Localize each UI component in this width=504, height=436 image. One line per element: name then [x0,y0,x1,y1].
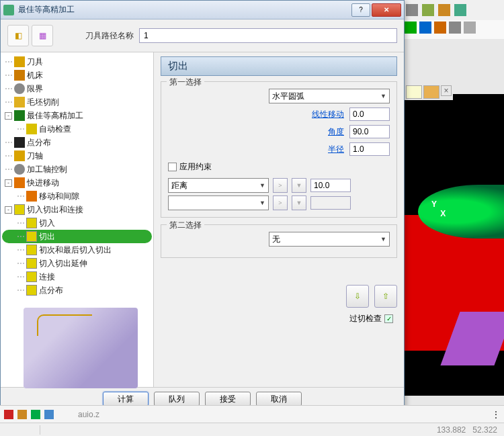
accept-button[interactable]: 接受 [205,392,251,406]
ic-check-icon [26,124,37,134]
dropdown-arrow-icon: ▼ [259,200,265,206]
close-button[interactable]: ✕ [372,3,401,17]
toolbar-icon-blue[interactable] [419,21,431,34]
tree-item-13[interactable]: ⋯切出 [2,230,152,243]
lead-in-icon: ⇩ [354,292,361,301]
constraint-op-button[interactable]: > [273,178,288,193]
tree-item-0[interactable]: ⋯刀具 [2,55,152,69]
cancel-button[interactable]: 取消 [256,392,302,406]
tree-item-label: 快进移动 [27,177,59,189]
constraint-op-button-2[interactable]: > [273,195,288,210]
ic-stock-icon [14,97,25,107]
tree-item-label: 机床 [27,70,43,81]
linear-move-input[interactable] [349,107,390,121]
swatch-red[interactable] [4,410,13,419]
constraint-type-select-2[interactable]: ▼ [168,195,269,210]
radius-link[interactable]: 半径 [328,144,344,155]
toolbar-icon-cone[interactable] [434,21,446,34]
angle-input[interactable] [349,125,390,138]
copy-to-lead-out-button[interactable]: ⇧ [374,285,397,308]
constraint-value-input-2[interactable] [310,196,351,210]
ic-yellow-u-icon [26,271,37,282]
group1-label: 第一选择 [167,77,204,88]
tree-connector: ⋯ [5,151,12,161]
copy-to-lead-in-button[interactable]: ⇩ [346,285,369,308]
toolbar-icon-calc[interactable] [406,4,418,16]
first-type-select[interactable]: 水平圆弧 ▼ [269,89,390,103]
apply-constraint-checkbox[interactable] [168,163,177,171]
toolpath-icon-2[interactable]: ▦ [32,25,53,46]
dialog-title: 最佳等高精加工 [18,4,351,15]
tree-item-1[interactable]: ⋯机床 [2,69,152,82]
tree-item-7[interactable]: ⋯刀轴 [2,149,152,163]
coord-1: 133.882 [437,425,466,435]
tree-item-label: 移动和间隙 [39,191,79,202]
overcut-checkbox[interactable]: ✓ [384,314,393,323]
tree-item-16[interactable]: ⋯连接 [2,270,152,284]
toolbar-icon-sheet[interactable] [422,4,434,16]
tree-item-6[interactable]: ⋯点分布 [2,136,152,149]
tree-item-8[interactable]: ⋯加工轴控制 [2,163,152,176]
swatch-orange[interactable] [17,410,27,419]
constraint-op-dropdown-2[interactable]: ▼ [292,195,306,210]
tree-item-14[interactable]: ⋯初次和最后切入切出 [2,243,152,257]
tree-item-11[interactable]: -切入切出和连接 [2,203,152,216]
tree-item-5[interactable]: ⋯自动检查 [2,122,152,136]
tree-item-label: 刀具 [27,56,43,68]
view-tab-1[interactable] [406,85,422,99]
ic-yellow-u-icon [14,204,25,215]
toolbar-icon-box[interactable] [454,4,466,16]
view-tab-close[interactable]: × [441,85,452,96]
second-type-select[interactable]: 无 ▼ [269,232,390,247]
linear-move-link[interactable]: 线性移动 [312,109,344,120]
ic-yellow-u-icon [26,218,37,228]
view-tab-2[interactable] [423,85,439,99]
tree-item-label: 加工轴控制 [27,164,67,175]
toolbar-icon-green[interactable] [405,21,417,34]
app-toolbar-2 [403,20,504,39]
toolpath-name-input[interactable] [139,28,397,43]
viewport-3d[interactable]: Y X [405,94,504,396]
tree-connector: ⋯ [17,124,24,134]
angle-link[interactable]: 角度 [328,126,344,138]
tree-item-4[interactable]: -最佳等高精加工 [2,109,152,122]
preview-thumbnail [24,308,138,388]
tree-item-9[interactable]: -快进移动 [2,176,152,189]
ic-rapid-icon [26,191,37,202]
radius-input[interactable] [349,142,390,156]
tree-expander[interactable]: - [5,179,12,187]
tree-expander[interactable]: - [5,206,12,214]
ic-green-icon [14,110,25,121]
tree-connector: ⋯ [5,165,12,174]
ic-yellow-u-icon [26,245,37,255]
toolpath-icon-1[interactable]: ◧ [7,25,29,46]
coord-2: 52.322 [472,425,497,435]
calculate-button[interactable]: 计算 [103,392,149,406]
constraint-type-select[interactable]: 距离 ▼ [168,178,269,193]
constraint-value-input[interactable] [310,179,351,192]
tree-item-15[interactable]: ⋯切入切出延伸 [2,257,152,270]
tree-item-17[interactable]: ⋯点分布 [2,284,152,297]
constraint-type-value: 距离 [171,180,187,191]
help-button[interactable]: ? [351,3,370,17]
tree-item-12[interactable]: ⋯切入 [2,216,152,230]
tree-item-10[interactable]: ⋯移动和间隙 [2,189,152,203]
dropdown-arrow-icon: ▼ [259,182,265,189]
toolbar-icon-search[interactable] [449,21,461,34]
tree-expander[interactable]: - [5,112,12,120]
dialog-titlebar[interactable]: 最佳等高精加工 ? ✕ [1,1,404,19]
tree-item-label: 切出 [39,231,55,243]
constraint-op-dropdown[interactable]: ▼ [292,178,306,193]
apply-constraint-label: 应用约束 [179,161,212,173]
tree-item-3[interactable]: ⋯毛坯切削 [2,95,152,109]
ruler-bar: 133.882 52.322 [0,423,504,436]
ic-tool-icon [14,150,25,161]
ic-limit-icon [14,164,25,175]
toolbar-icon-mesh[interactable] [464,21,476,34]
toolbar-icon-wrench[interactable] [438,4,450,16]
tree-item-2[interactable]: ⋯限界 [2,82,152,95]
swatch-blue[interactable] [44,410,54,419]
tree-item-label: 最佳等高精加工 [27,110,83,122]
swatch-green[interactable] [31,410,40,419]
queue-button[interactable]: 队列 [154,392,200,406]
